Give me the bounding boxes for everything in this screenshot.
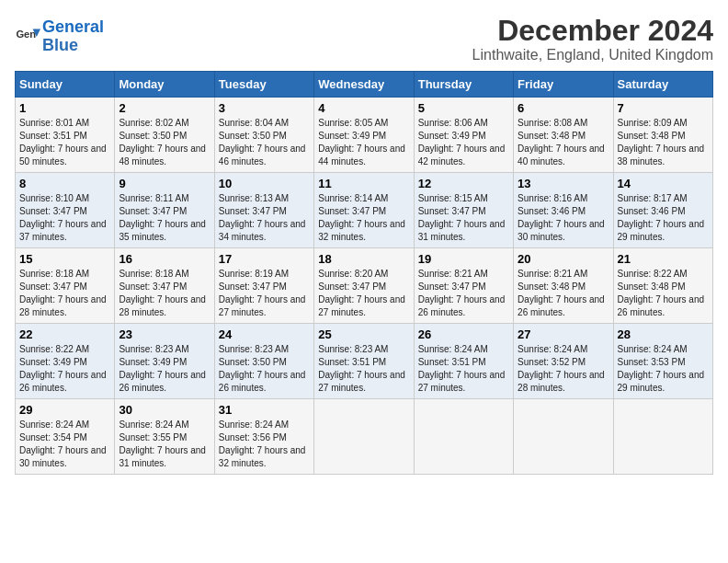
- table-row: 24 Sunrise: 8:23 AMSunset: 3:50 PMDaylig…: [214, 324, 313, 399]
- svg-text:Gen: Gen: [16, 29, 36, 40]
- table-row: [414, 399, 513, 475]
- col-sunday: Sunday: [16, 72, 115, 98]
- table-row: 29 Sunrise: 8:24 AMSunset: 3:54 PMDaylig…: [16, 399, 115, 475]
- table-row: 17 Sunrise: 8:19 AMSunset: 3:47 PMDaylig…: [214, 248, 313, 324]
- table-row: 15 Sunrise: 8:18 AMSunset: 3:47 PMDaylig…: [16, 248, 115, 324]
- table-row: 5 Sunrise: 8:06 AMSunset: 3:49 PMDayligh…: [414, 98, 513, 173]
- table-row: [613, 399, 712, 475]
- col-monday: Monday: [115, 72, 214, 98]
- table-row: 20 Sunrise: 8:21 AMSunset: 3:48 PMDaylig…: [514, 248, 613, 324]
- table-row: 31 Sunrise: 8:24 AMSunset: 3:56 PMDaylig…: [214, 399, 313, 475]
- col-friday: Friday: [514, 72, 613, 98]
- month-title: December 2024: [472, 15, 713, 47]
- page-header: Gen General Blue December 2024 Linthwait…: [15, 15, 713, 63]
- table-row: 4 Sunrise: 8:05 AMSunset: 3:49 PMDayligh…: [314, 98, 414, 173]
- col-wednesday: Wednesday: [314, 72, 414, 98]
- table-row: 28 Sunrise: 8:24 AMSunset: 3:53 PMDaylig…: [613, 324, 712, 399]
- col-tuesday: Tuesday: [214, 72, 313, 98]
- table-row: 8 Sunrise: 8:10 AMSunset: 3:47 PMDayligh…: [16, 173, 115, 248]
- table-row: 30 Sunrise: 8:24 AMSunset: 3:55 PMDaylig…: [115, 399, 214, 475]
- calendar-table: Sunday Monday Tuesday Wednesday Thursday…: [15, 71, 713, 475]
- header-row: Sunday Monday Tuesday Wednesday Thursday…: [16, 72, 713, 98]
- table-row: 26 Sunrise: 8:24 AMSunset: 3:51 PMDaylig…: [414, 324, 513, 399]
- table-row: 25 Sunrise: 8:23 AMSunset: 3:51 PMDaylig…: [314, 324, 414, 399]
- logo: Gen General Blue: [15, 18, 104, 55]
- table-row: 18 Sunrise: 8:20 AMSunset: 3:47 PMDaylig…: [314, 248, 414, 324]
- title-block: December 2024 Linthwaite, England, Unite…: [472, 15, 713, 63]
- table-row: 13 Sunrise: 8:16 AMSunset: 3:46 PMDaylig…: [514, 173, 613, 248]
- table-row: 11 Sunrise: 8:14 AMSunset: 3:47 PMDaylig…: [314, 173, 414, 248]
- table-row: [514, 399, 613, 475]
- table-row: 10 Sunrise: 8:13 AMSunset: 3:47 PMDaylig…: [214, 173, 313, 248]
- col-thursday: Thursday: [414, 72, 513, 98]
- table-row: 7 Sunrise: 8:09 AMSunset: 3:48 PMDayligh…: [613, 98, 712, 173]
- table-row: 14 Sunrise: 8:17 AMSunset: 3:46 PMDaylig…: [613, 173, 712, 248]
- table-row: 2 Sunrise: 8:02 AMSunset: 3:50 PMDayligh…: [115, 98, 214, 173]
- table-row: 6 Sunrise: 8:08 AMSunset: 3:48 PMDayligh…: [514, 98, 613, 173]
- table-row: [314, 399, 414, 475]
- location-subtitle: Linthwaite, England, United Kingdom: [472, 47, 713, 63]
- table-row: 12 Sunrise: 8:15 AMSunset: 3:47 PMDaylig…: [414, 173, 513, 248]
- logo-line1: General: [42, 18, 104, 37]
- table-row: 16 Sunrise: 8:18 AMSunset: 3:47 PMDaylig…: [115, 248, 214, 324]
- table-row: 1 Sunrise: 8:01 AMSunset: 3:51 PMDayligh…: [16, 98, 115, 173]
- table-row: 27 Sunrise: 8:24 AMSunset: 3:52 PMDaylig…: [514, 324, 613, 399]
- table-row: 21 Sunrise: 8:22 AMSunset: 3:48 PMDaylig…: [613, 248, 712, 324]
- table-row: 22 Sunrise: 8:22 AMSunset: 3:49 PMDaylig…: [16, 324, 115, 399]
- col-saturday: Saturday: [613, 72, 712, 98]
- table-row: 3 Sunrise: 8:04 AMSunset: 3:50 PMDayligh…: [214, 98, 313, 173]
- table-row: 23 Sunrise: 8:23 AMSunset: 3:49 PMDaylig…: [115, 324, 214, 399]
- table-row: 9 Sunrise: 8:11 AMSunset: 3:47 PMDayligh…: [115, 173, 214, 248]
- table-row: 19 Sunrise: 8:21 AMSunset: 3:47 PMDaylig…: [414, 248, 513, 324]
- logo-line2: Blue: [42, 37, 104, 55]
